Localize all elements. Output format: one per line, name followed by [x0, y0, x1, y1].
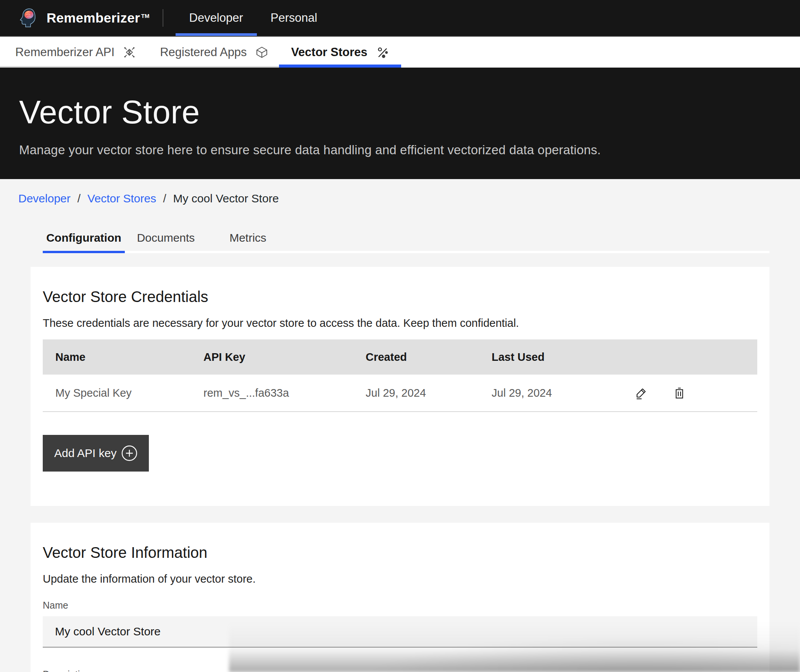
cube-icon: [255, 46, 268, 59]
header-nav: Developer Personal: [176, 0, 331, 36]
section-nav: Rememberizer API Registered Apps: [0, 37, 800, 68]
nav-item-registered-apps[interactable]: Registered Apps: [150, 37, 279, 68]
edit-pencil-icon: [635, 386, 648, 399]
app-window: RememberizerTM Developer Personal Rememb…: [0, 0, 800, 672]
api-icon: [123, 46, 136, 59]
information-title: Vector Store Information: [43, 544, 757, 561]
page-title: Vector Store: [19, 96, 781, 128]
tab-metrics[interactable]: Metrics: [207, 223, 289, 253]
column-header-api-key: API Key: [191, 339, 353, 375]
nav-item-label: Registered Apps: [160, 45, 247, 59]
name-field-label: Name: [43, 600, 757, 611]
cell-created: Jul 29, 2024: [353, 375, 479, 412]
name-input[interactable]: [43, 616, 757, 648]
header-divider: [163, 9, 163, 27]
column-header-name: Name: [43, 339, 191, 375]
add-circle-icon: [121, 444, 138, 462]
brand[interactable]: RememberizerTM: [0, 0, 150, 36]
scatter-icon: [376, 46, 389, 59]
content-tabs: Configuration Documents Metrics: [43, 223, 769, 253]
nav-item-rememberizer-api[interactable]: Rememberizer API: [0, 37, 150, 68]
brand-trademark: TM: [141, 13, 150, 19]
information-card: Vector Store Information Update the info…: [31, 523, 769, 672]
delete-key-button[interactable]: [673, 386, 686, 399]
cell-key-name: My Special Key: [43, 375, 191, 412]
edit-key-button[interactable]: [635, 386, 648, 399]
column-header-last-used: Last Used: [479, 339, 607, 375]
column-header-created: Created: [353, 339, 479, 375]
add-api-key-button[interactable]: Add API key: [43, 435, 149, 472]
table-header-row: Name API Key Created Last Used: [43, 339, 757, 375]
global-header: RememberizerTM Developer Personal: [0, 0, 800, 37]
credentials-title: Vector Store Credentials: [43, 288, 757, 305]
tab-configuration[interactable]: Configuration: [43, 223, 125, 253]
name-field-group: Name: [43, 600, 757, 648]
description-field-group: Description: [43, 669, 757, 672]
tab-documents[interactable]: Documents: [125, 223, 207, 253]
header-nav-personal[interactable]: Personal: [257, 0, 331, 36]
brain-head-logo-icon: [17, 7, 38, 29]
breadcrumb-developer[interactable]: Developer: [18, 192, 71, 205]
api-keys-table: Name API Key Created Last Used My Specia…: [43, 339, 757, 412]
description-field-label: Description: [43, 669, 757, 672]
trash-icon: [673, 386, 686, 399]
row-actions: [619, 386, 757, 399]
breadcrumb-separator: /: [77, 192, 81, 205]
cell-last-used: Jul 29, 2024: [479, 375, 607, 412]
hero-banner: Vector Store Manage your vector store he…: [0, 68, 800, 179]
credentials-card: Vector Store Credentials These credentia…: [31, 267, 769, 506]
breadcrumb-separator: /: [163, 192, 166, 205]
information-subtitle: Update the information of your vector st…: [43, 573, 757, 585]
table-row: My Special Key rem_vs_...fa633a Jul 29, …: [43, 375, 757, 412]
breadcrumb-vector-stores[interactable]: Vector Stores: [87, 192, 156, 205]
credentials-subtitle: These credentials are necessary for your…: [43, 317, 757, 330]
breadcrumb-current-page: My cool Vector Store: [173, 192, 279, 205]
nav-item-label: Vector Stores: [291, 45, 368, 59]
breadcrumb: Developer / Vector Stores / My cool Vect…: [0, 179, 800, 205]
nav-item-vector-stores[interactable]: Vector Stores: [279, 37, 401, 68]
cell-api-key: rem_vs_...fa633a: [191, 375, 353, 412]
brand-name: Rememberizer: [47, 10, 140, 26]
header-nav-developer[interactable]: Developer: [176, 0, 257, 36]
main-content: Developer / Vector Stores / My cool Vect…: [0, 179, 800, 672]
page-description: Manage your vector store here to ensure …: [19, 143, 781, 157]
column-header-actions: [607, 339, 757, 375]
nav-item-label: Rememberizer API: [15, 45, 115, 59]
add-api-key-label: Add API key: [54, 447, 116, 460]
